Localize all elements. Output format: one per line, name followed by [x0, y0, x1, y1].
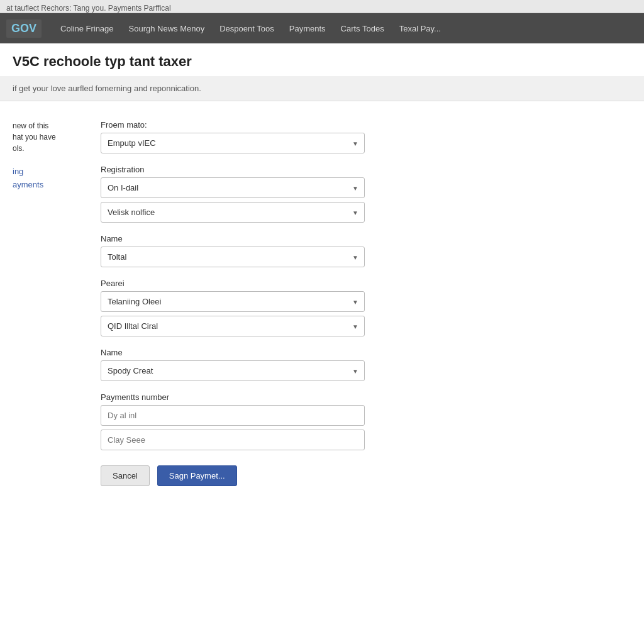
nav-links: Coline Frinage Sourgh News Menoy Despoen… [60, 24, 441, 33]
sidebar-link-1[interactable]: ing [13, 167, 88, 176]
page-title-area: V5C rechoole typ tant taxer [0, 43, 644, 76]
main-content: new of thishat you haveols. ing ayments … [0, 101, 644, 644]
payments-input-2[interactable] [101, 430, 365, 450]
select-registration-1[interactable]: On I-dail [101, 177, 365, 198]
select-wrapper-froem-mato: Emputp vIEC [101, 133, 365, 153]
select-wrapper-name-2: Spody Creat [101, 360, 365, 381]
nav-link-3[interactable]: Despoent Toos [219, 24, 274, 33]
select-name-1[interactable]: Toltal [101, 247, 365, 267]
sidebar: new of thishat you haveols. ing ayments [13, 114, 88, 644]
tab-text: at tauflect Rechors: Tang you. Payments … [6, 4, 171, 13]
select-wrapper-pearei-2: QID Illtal Ciral [101, 316, 365, 336]
form-group-name-1: Name Toltal [101, 234, 365, 267]
label-payments-number: Paymentts number [101, 392, 365, 402]
info-banner: if get your love aurfled fomerning and r… [0, 76, 644, 101]
form-group-registration: Registration On I-dail Velisk nolfice [101, 165, 365, 223]
form-group-payments-number: Paymentts number [101, 392, 365, 450]
select-wrapper-pearei-1: Telaniing Oleei [101, 291, 365, 312]
label-pearei: Pearei [101, 279, 365, 288]
select-pearei-2[interactable]: QID Illtal Ciral [101, 316, 365, 336]
nav-link-payments[interactable]: Payments [289, 24, 326, 33]
select-wrapper-name-1: Toltal [101, 247, 365, 267]
submit-button[interactable]: Sagn Paymet... [157, 465, 237, 486]
page-title: V5C rechoole typ tant taxer [13, 53, 631, 70]
select-registration-2[interactable]: Velisk nolfice [101, 202, 365, 223]
label-registration: Registration [101, 165, 365, 174]
info-banner-text: if get your love aurfled fomerning and r… [13, 84, 201, 93]
sidebar-links: ing ayments [13, 167, 88, 189]
navigation-bar: GOV Coline Frinage Sourgh News Menoy Des… [0, 13, 644, 43]
select-name-2[interactable]: Spody Creat [101, 360, 365, 381]
browser-tab: at tauflect Rechors: Tang you. Payments … [0, 0, 644, 13]
sidebar-link-payments[interactable]: ayments [13, 180, 88, 189]
form-group-name-2: Name Spody Creat [101, 348, 365, 381]
site-logo: GOV [6, 19, 42, 38]
select-wrapper-registration-1: On I-dail [101, 177, 365, 198]
nav-link-2[interactable]: Sourgh News Menoy [129, 24, 205, 33]
nav-link-1[interactable]: Coline Frinage [60, 24, 114, 33]
sidebar-description: new of thishat you haveols. [13, 120, 88, 154]
form-area: Froem mato: Emputp vIEC Registration On … [101, 114, 365, 644]
payments-input-1[interactable] [101, 405, 365, 426]
nav-link-5[interactable]: Carts Todes [341, 24, 384, 33]
form-group-pearei: Pearei Telaniing Oleei QID Illtal Ciral [101, 279, 365, 336]
form-group-froem-mato: Froem mato: Emputp vIEC [101, 120, 365, 153]
label-name-2: Name [101, 348, 365, 357]
cancel-button[interactable]: Sancel [101, 465, 150, 486]
select-wrapper-registration-2: Velisk nolfice [101, 202, 365, 223]
select-froem-mato[interactable]: Emputp vIEC [101, 133, 365, 153]
nav-link-6[interactable]: Texal Pay... [399, 24, 441, 33]
select-pearei-1[interactable]: Telaniing Oleei [101, 291, 365, 312]
label-name-1: Name [101, 234, 365, 243]
button-row: Sancel Sagn Paymet... [101, 465, 365, 499]
label-froem-mato: Froem mato: [101, 120, 365, 130]
